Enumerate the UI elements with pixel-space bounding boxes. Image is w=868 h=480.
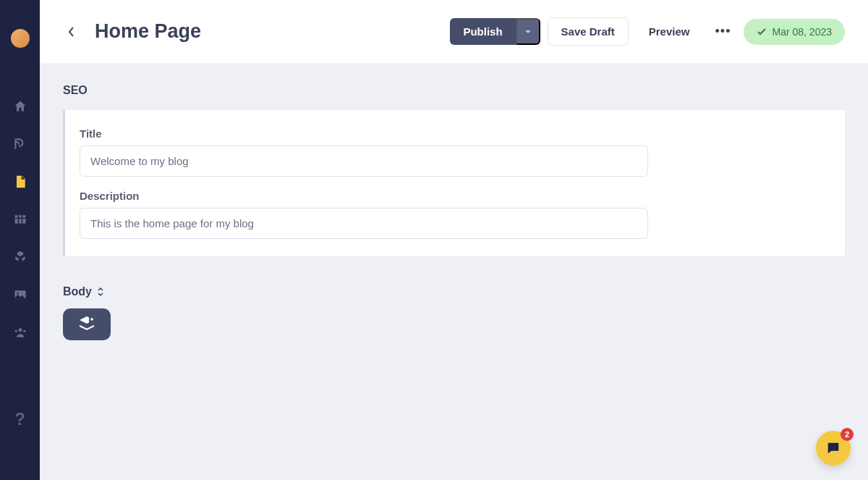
svg-point-5 (17, 292, 19, 295)
publish-group: Publish (450, 18, 540, 45)
description-label: Description (80, 190, 827, 202)
status-date: Mar 08, 2023 (773, 26, 833, 38)
body-section: Body (63, 285, 845, 298)
image-icon[interactable] (12, 287, 28, 303)
help-bubble[interactable]: 2 (816, 431, 851, 466)
more-button[interactable]: ••• (710, 19, 736, 45)
seo-section-label: SEO (63, 84, 845, 97)
home-icon[interactable] (12, 98, 28, 114)
body-section-label: Body (63, 285, 92, 298)
preview-button[interactable]: Preview (636, 18, 703, 45)
nav-items (12, 98, 28, 340)
page-title: Home Page (95, 20, 201, 43)
back-button[interactable] (63, 23, 80, 41)
sort-icon[interactable] (96, 287, 105, 297)
seo-card: Title Description (63, 110, 845, 256)
help-badge: 2 (841, 428, 854, 441)
title-label: Title (80, 127, 827, 140)
sidebar-bottom: ? (14, 409, 25, 429)
grid-icon[interactable] (12, 211, 28, 227)
description-field: Description (80, 190, 827, 239)
add-block-button[interactable] (63, 308, 111, 340)
status-pill: Mar 08, 2023 (744, 19, 846, 45)
users-icon[interactable] (12, 324, 28, 340)
pages-icon[interactable] (12, 174, 28, 190)
svg-point-7 (14, 330, 17, 332)
save-draft-button[interactable]: Save Draft (548, 17, 629, 46)
publish-dropdown[interactable] (516, 18, 540, 45)
content: SEO Title Description Body (40, 64, 868, 361)
header-left: Home Page (63, 20, 201, 43)
blocks-icon[interactable] (12, 249, 28, 265)
avatar[interactable] (11, 29, 30, 48)
blog-icon[interactable] (12, 136, 28, 152)
publish-button[interactable]: Publish (450, 18, 515, 45)
header-right: Publish Save Draft Preview ••• Mar 08, 2… (450, 17, 845, 46)
sidebar: ? (0, 0, 40, 480)
help-icon[interactable]: ? (14, 409, 25, 429)
title-field: Title (80, 127, 827, 177)
svg-point-8 (23, 330, 25, 332)
title-input[interactable] (80, 146, 648, 177)
svg-rect-0 (14, 215, 25, 224)
header: Home Page Publish Save Draft Preview •••… (40, 0, 868, 64)
main: Home Page Publish Save Draft Preview •••… (40, 0, 868, 480)
svg-point-6 (18, 328, 22, 332)
description-input[interactable] (80, 208, 648, 239)
